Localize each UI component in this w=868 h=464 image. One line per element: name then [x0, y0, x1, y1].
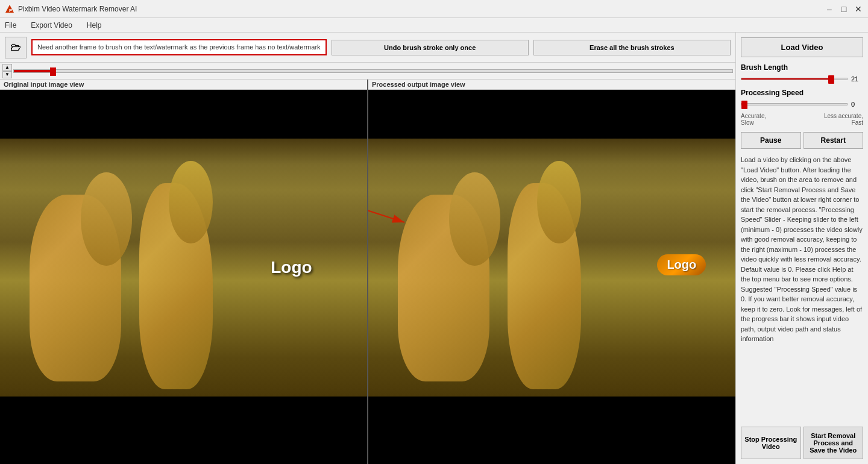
pause-button[interactable]: Pause: [741, 132, 801, 149]
cheetah-left-head: [81, 172, 132, 266]
brush-length-fill: [741, 78, 831, 80]
scroll-buttons: ▲ ▼: [2, 64, 12, 78]
speed-labels: Accurate,Slow Less accurate,Fast: [741, 113, 863, 126]
bottom-action-buttons: Stop Processing Video Start Removal Proc…: [741, 422, 863, 459]
bottom-black-bar: [0, 397, 367, 464]
brush-length-slider[interactable]: [741, 78, 848, 80]
undo-button[interactable]: Undo brush stroke only once: [332, 40, 529, 55]
menu-export-video[interactable]: Export Video: [28, 20, 75, 31]
processed-video-frame: Logo: [368, 90, 735, 464]
progress-thumb: [50, 67, 56, 76]
brush-length-slider-row: 21: [741, 75, 863, 83]
close-button[interactable]: ✕: [854, 4, 863, 14]
open-folder-button[interactable]: 🗁: [5, 37, 27, 58]
content-area: 🗁 Need another frame to brush on the tex…: [0, 33, 735, 464]
window-controls: – □ ✕: [825, 4, 863, 14]
restart-button[interactable]: Restart: [804, 132, 864, 149]
pause-restart-row: Pause Restart: [741, 132, 863, 149]
minimize-button[interactable]: –: [825, 4, 834, 14]
cheetah-right-head-right: [537, 161, 581, 243]
folder-icon: 🗁: [10, 41, 21, 54]
start-removal-button[interactable]: Start Removal Process and Save the Video: [804, 427, 864, 459]
scroll-down-button[interactable]: ▼: [2, 71, 12, 78]
menu-bar: File Export Video Help: [0, 18, 868, 33]
bottom-black-bar-right: [368, 397, 735, 464]
menu-help[interactable]: Help: [84, 20, 104, 31]
instructions-text: Load a video by clicking on the above "L…: [741, 155, 863, 344]
video-panels: Original input image view: [0, 80, 735, 464]
original-logo-watermark: Logo: [271, 258, 312, 277]
scroll-up-button[interactable]: ▲: [2, 64, 12, 71]
right-side-panel: Load Video Brush Length 21 Processing Sp…: [735, 33, 868, 464]
original-panel-label: Original input image view: [0, 80, 367, 90]
processing-speed-slider[interactable]: [741, 103, 848, 105]
brush-length-title: Brush Length: [741, 63, 863, 72]
processing-speed-value: 0: [851, 101, 863, 108]
main-layout: 🗁 Need another frame to brush on the tex…: [0, 33, 868, 464]
brush-length-value: 21: [851, 75, 863, 83]
original-panel-content[interactable]: Logo: [0, 90, 367, 464]
title-bar: P Pixbim Video Watermark Remover AI – □ …: [0, 0, 868, 18]
cheetah-right-head: [169, 161, 213, 243]
top-black-bar-right: [368, 90, 735, 139]
processed-logo-watermark: Logo: [657, 254, 706, 275]
top-black-bar: [0, 90, 367, 139]
speed-label-right: Less accurate,Fast: [824, 113, 863, 126]
original-video-panel: Original input image view: [0, 80, 368, 464]
processing-speed-title: Processing Speed: [741, 89, 863, 97]
speed-label-left: Accurate,Slow: [741, 113, 766, 126]
processed-video-panel: Processed output image view: [368, 80, 735, 464]
svg-text:P: P: [9, 8, 13, 13]
load-video-button[interactable]: Load Video: [741, 37, 863, 57]
erase-button[interactable]: Erase all the brush strokes: [533, 40, 731, 55]
title-bar-left: P Pixbim Video Watermark Remover AI: [5, 4, 137, 14]
progress-area: ▲ ▼: [0, 63, 735, 80]
stop-processing-button[interactable]: Stop Processing Video: [741, 427, 801, 459]
toolbar: 🗁 Need another frame to brush on the tex…: [0, 33, 735, 63]
video-progress-fill: [14, 70, 50, 72]
processed-panel-label: Processed output image view: [368, 80, 735, 90]
processed-logo-container: Logo: [657, 254, 706, 275]
original-video-frame: Logo: [0, 90, 367, 464]
processing-speed-slider-row: 0: [741, 101, 863, 108]
processed-panel-content[interactable]: Logo: [368, 90, 735, 464]
video-progress-bar[interactable]: [13, 69, 733, 73]
app-logo-icon: P: [5, 4, 14, 14]
brush-length-thumb: [828, 75, 834, 84]
cheetah-left-head-right: [449, 172, 500, 266]
maximize-button[interactable]: □: [839, 4, 849, 14]
menu-file[interactable]: File: [2, 20, 19, 31]
tooltip-message: Need another frame to brush on the text/…: [31, 39, 327, 55]
processing-speed-thumb: [741, 101, 747, 109]
app-title: Pixbim Video Watermark Remover AI: [18, 5, 137, 13]
